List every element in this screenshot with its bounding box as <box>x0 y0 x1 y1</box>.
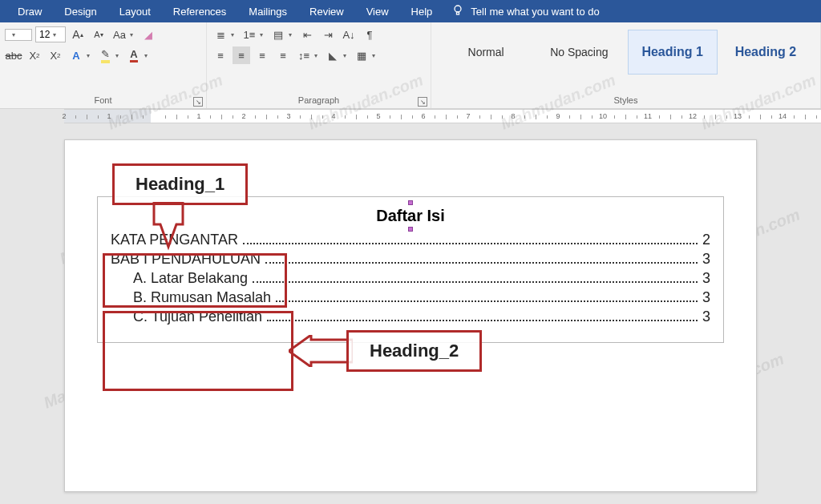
style-heading-1[interactable]: Heading 1 <box>628 30 718 75</box>
document-area: Mahmudan.com Mahmudan.com Mahmudan.com M… <box>0 123 821 492</box>
line-spacing-button[interactable]: ↕≡ <box>295 46 313 64</box>
group-styles-label: Styles <box>614 95 638 105</box>
font-name-combo[interactable]: ▾ <box>5 29 32 41</box>
resize-handle-icon[interactable] <box>408 200 413 205</box>
ruler-number: 2 <box>241 112 245 120</box>
bullets-button[interactable]: ≣ <box>212 26 229 43</box>
paragraph-launcher[interactable]: ↘ <box>418 97 427 107</box>
ruler-number: 12 <box>689 112 697 120</box>
decrease-font-button[interactable]: A▾ <box>90 26 107 43</box>
ruler-number: 3 <box>286 112 290 120</box>
tab-layout[interactable]: Layout <box>108 0 162 22</box>
style-heading-2[interactable]: Heading 2 <box>721 30 811 75</box>
horizontal-ruler[interactable]: 21123456789101112131415 <box>64 109 821 123</box>
align-left-button[interactable]: ≡ <box>212 46 229 64</box>
annotation-heading2-box <box>103 311 293 391</box>
borders-button[interactable]: ▦ <box>353 46 370 64</box>
ruler-number: 4 <box>331 112 335 120</box>
show-marks-button[interactable]: ¶ <box>361 26 378 43</box>
tab-help[interactable]: Help <box>400 0 444 22</box>
ruler-number: 14 <box>779 112 787 120</box>
tab-references[interactable]: References <box>162 0 237 22</box>
svg-marker-3 <box>289 335 353 367</box>
toc-row-h1[interactable]: KATA PENGANTAR2 <box>111 232 710 248</box>
tab-view[interactable]: View <box>355 0 400 22</box>
group-font: ▾ 12▾ A▴ A▾ Aa▾ ◢ abc X2 X2 A▾ ✎▾ A▾ Fon… <box>0 22 207 108</box>
change-case-button[interactable]: Aa <box>111 26 128 43</box>
increase-font-button[interactable]: A▴ <box>69 26 87 43</box>
style-no-spacing[interactable]: No Spacing <box>534 30 624 75</box>
ruler-number: 1 <box>196 112 200 120</box>
ruler-number: 13 <box>734 112 742 120</box>
tab-review[interactable]: Review <box>298 0 355 22</box>
multilevel-button[interactable]: ▤ <box>269 26 287 43</box>
font-size-combo[interactable]: 12▾ <box>35 26 66 42</box>
annotation-heading1-label: Heading_1 <box>112 163 248 205</box>
decrease-indent-button[interactable]: ⇤ <box>298 26 316 43</box>
ruler-number: 7 <box>466 112 470 120</box>
svg-rect-1 <box>457 12 459 14</box>
text-effects-button[interactable]: A <box>67 46 85 64</box>
align-center-button[interactable]: ≡ <box>233 46 250 64</box>
svg-point-0 <box>455 6 461 12</box>
group-paragraph-label: Paragraph <box>298 95 339 105</box>
resize-handle-icon[interactable] <box>408 227 413 232</box>
group-styles: Normal No Spacing Heading 1 Heading 2 St… <box>431 22 821 108</box>
ruler-number: 11 <box>644 112 652 120</box>
ribbon: ▾ 12▾ A▴ A▾ Aa▾ ◢ abc X2 X2 A▾ ✎▾ A▾ Fon… <box>0 22 821 109</box>
tab-design[interactable]: Design <box>53 0 107 22</box>
svg-marker-2 <box>154 202 183 247</box>
ruler-area: 21123456789101112131415 <box>0 109 821 123</box>
numbering-button[interactable]: 1≡ <box>241 26 258 43</box>
toc-title[interactable]: Daftar Isi <box>111 207 710 225</box>
align-right-button[interactable]: ≡ <box>253 46 271 64</box>
ruler-number: 2 <box>62 112 66 120</box>
tab-mailings[interactable]: Mailings <box>237 0 298 22</box>
style-normal[interactable]: Normal <box>441 30 531 75</box>
justify-button[interactable]: ≡ <box>274 46 292 64</box>
font-color-button[interactable]: A <box>125 46 143 64</box>
group-paragraph: ≣▾ 1≡▾ ▤▾ ⇤ ⇥ A↓ ¶ ≡ ≡ ≡ ≡ ↕≡▾ ◣▾ ▦▾ Par… <box>207 22 431 108</box>
subscript-button[interactable]: X2 <box>26 46 43 64</box>
ruler-number: 6 <box>421 112 425 120</box>
tell-me-label: Tell me what you want to do <box>471 6 599 18</box>
annotation-heading2-label: Heading_2 <box>346 330 482 372</box>
clear-formatting-button[interactable]: ◢ <box>140 26 157 43</box>
lightbulb-icon <box>451 4 464 19</box>
ruler-number: 1 <box>107 112 111 120</box>
annotation-heading1-box <box>103 253 287 308</box>
group-font-label: Font <box>94 95 111 105</box>
ruler-number: 10 <box>599 112 607 120</box>
annotation-arrow-icon <box>144 202 192 258</box>
superscript-button[interactable]: X2 <box>47 46 64 64</box>
tab-draw[interactable]: Draw <box>6 0 53 22</box>
tell-me-search[interactable]: Tell me what you want to do <box>451 4 599 19</box>
styles-gallery: Normal No Spacing Heading 1 Heading 2 <box>439 26 812 79</box>
annotation-arrow-icon <box>289 335 353 367</box>
strikethrough-button[interactable]: abc <box>5 46 22 64</box>
increase-indent-button[interactable]: ⇥ <box>319 26 337 43</box>
ruler-number: 8 <box>511 112 515 120</box>
highlight-button[interactable]: ✎ <box>96 46 114 64</box>
sort-button[interactable]: A↓ <box>340 26 358 43</box>
ruler-number: 9 <box>556 112 560 120</box>
font-launcher[interactable]: ↘ <box>193 97 203 107</box>
shading-button[interactable]: ◣ <box>324 46 342 64</box>
ruler-number: 5 <box>376 112 380 120</box>
ribbon-tabs: Draw Design Layout References Mailings R… <box>0 0 821 22</box>
